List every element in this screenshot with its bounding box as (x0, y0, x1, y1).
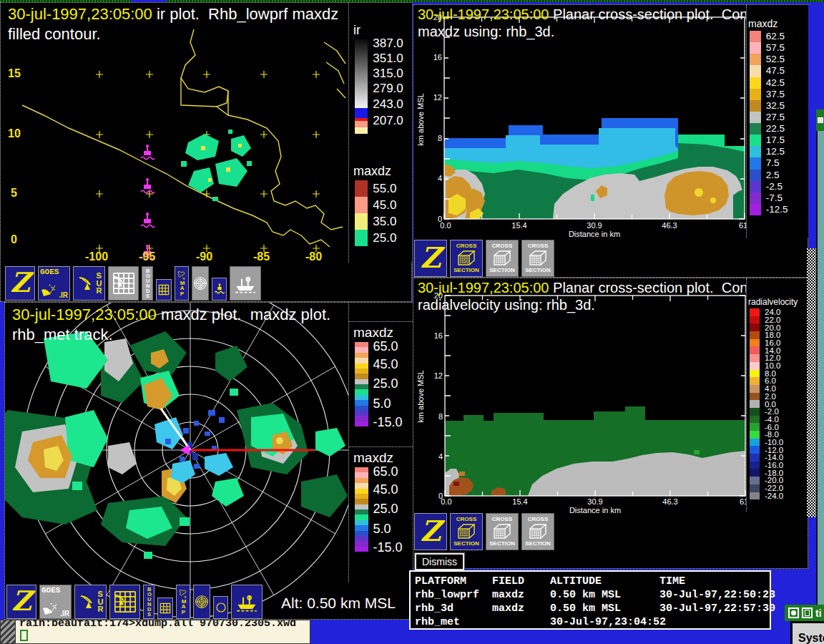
svg-text:16: 16 (434, 331, 443, 340)
rv-xsection-toolbar: Z CROSS SECTION CROSS SECTION CROSS SECT… (414, 512, 554, 550)
ir-map-panel: 30-jul-1997,23:05:00 ir plot. Rhb_lowprf… (0, 2, 412, 302)
cross-section-button-2[interactable]: CROSS SECTION (486, 240, 519, 277)
x-axis-title: Distance in km (569, 506, 621, 514)
map-overlay-button[interactable]: MAP (175, 266, 189, 301)
lon-tick-m100: -100 (85, 250, 108, 263)
svg-text:12: 12 (433, 93, 442, 102)
status-table-header: PLATFORMFIELDALTITUDETIME (415, 575, 770, 588)
ir-colorbar: ir387.0351.0315.0279.0243.0207.0 (349, 21, 412, 134)
map-icon (177, 270, 187, 280)
radar-antenna-icon (77, 275, 94, 292)
cube-icon (456, 249, 476, 268)
circle-overlay-button[interactable] (213, 596, 228, 619)
ppi-title-line2: rhb_met track. (12, 326, 113, 344)
terminal-window[interactable]: rain:beaufait:174>xdump.all 970730.2305.… (0, 620, 310, 644)
window-iconify-icon[interactable] (802, 608, 813, 618)
svg-text:Z: Z (421, 242, 446, 274)
svg-text:Z: Z (10, 268, 34, 298)
maxdz-xsection-panel: 2016 128 40 0.015.4 30.946.3 61 Distance… (413, 4, 808, 278)
reflectivity-echoes (5, 331, 348, 559)
coastline-map (22, 29, 345, 247)
lon-tick-m95: -95 (139, 250, 155, 263)
grid-radar-button[interactable] (108, 266, 139, 301)
lat-tick-10: 10 (8, 127, 21, 140)
grid-radar-button[interactable] (109, 585, 140, 619)
cross-section-button-3[interactable]: CROSS SECTION (521, 240, 554, 277)
ir-cloud-echoes (181, 130, 252, 201)
ppi-title: 30-jul-1997,23:05:00 maxdz plot. maxdz p… (12, 306, 330, 324)
svg-text:0.0: 0.0 (441, 497, 451, 506)
window-menu-icon[interactable] (818, 117, 823, 123)
cube-icon (492, 249, 512, 268)
map-overlay-button[interactable]: MAP (176, 585, 190, 619)
status-table-row: rhb_lowprfmaxdz0.50 km MSL30-Jul-97,22:5… (415, 588, 770, 602)
satellite-dish-icon (41, 600, 59, 617)
rv-colorbar-column: radialvelocity24.022.020.018.016.014.012… (746, 278, 808, 512)
partial-right-window-titlebar[interactable] (816, 109, 824, 131)
lat-tick-15: 15 (8, 67, 21, 80)
terminal-scrollbar[interactable] (1, 620, 16, 643)
x-axis-tick-labels: 0.015.4 30.946.3 61 (440, 221, 747, 230)
small-grid-button[interactable] (156, 279, 172, 301)
surveillance-scan-button[interactable]: SUR (73, 266, 105, 301)
y-axis-tick-labels: 2016 128 40 (434, 291, 443, 500)
svg-text:Z: Z (11, 586, 36, 617)
y-axis-title: km above MSL (416, 370, 425, 422)
zebra-display-root: 30-jul-1997,23:05:00 ir plot. Rhb_lowprf… (0, 0, 824, 644)
buoy-button[interactable] (212, 278, 227, 301)
cross-section-button-3[interactable]: CROSS SECTION (521, 513, 554, 550)
zebra-logo-button[interactable]: Z (5, 266, 35, 301)
svg-text:15.4: 15.4 (512, 497, 527, 506)
lon-tick-m90: -90 (196, 250, 212, 263)
ship-button[interactable] (230, 266, 261, 301)
cube-icon (492, 522, 512, 541)
satellite-dish-icon (40, 281, 57, 298)
y-axis-title: km above MSL (416, 93, 425, 145)
system-dialog[interactable]: Syste (790, 621, 824, 644)
grid-icon (158, 601, 172, 615)
right-scrollbar-strip[interactable] (807, 248, 816, 517)
status-table: PLATFORMFIELDALTITUDETIMErhb_lowprfmaxdz… (409, 570, 771, 630)
cross-section-button-active[interactable]: CROSS SECTION (450, 240, 483, 277)
rings-icon (195, 595, 209, 609)
terminal-cursor (20, 630, 28, 641)
svg-text:16: 16 (433, 53, 442, 62)
time-tool-title: ti (815, 608, 822, 619)
svg-text:46.3: 46.3 (662, 497, 677, 506)
cross-section-button-active[interactable]: CROSS SECTION (450, 513, 483, 550)
dismiss-button[interactable]: Dismiss (415, 553, 464, 570)
goes-ir-button[interactable]: GOES .IR (38, 266, 70, 301)
goes-ir-button[interactable]: GOES .IR (39, 585, 72, 619)
ppi-title-time: 30-jul-1997,23:05:00 (12, 306, 157, 323)
map-icon (178, 589, 188, 599)
range-rings-button[interactable] (192, 266, 209, 301)
svg-text:8: 8 (438, 134, 442, 142)
window-menu-icon[interactable] (788, 608, 799, 618)
cross-section-button-2[interactable]: CROSS SECTION (486, 513, 519, 550)
zebra-logo-button[interactable]: Z (6, 585, 36, 619)
small-grid-button[interactable] (157, 597, 173, 619)
lat-lon-grid-marks (96, 71, 320, 252)
maxdz-xsection-title: 30-jul-1997,23:05:00 Planar cross-sectio… (418, 6, 788, 23)
lon-tick-m80: -80 (305, 250, 322, 263)
ir-maxdz-colorbar: maxdz55.045.035.025.0 (349, 162, 412, 246)
cube-icon (456, 522, 476, 541)
radialvelocity-xsection-plot: 2016 128 40 0.015.4 30.946.3 61 Distance… (413, 278, 750, 514)
bounds-button[interactable]: BOUNDS (143, 585, 154, 619)
svg-text:30.9: 30.9 (587, 497, 602, 506)
svg-text:30.9: 30.9 (587, 221, 602, 230)
time-tool-titlebar[interactable]: ti (785, 605, 824, 621)
surveillance-scan-button[interactable]: SUR (74, 585, 107, 619)
zebra-logo-button[interactable]: Z (414, 240, 447, 277)
ship-button[interactable] (231, 585, 263, 619)
lat-tick-0: 0 (11, 233, 17, 246)
radar-antenna-icon (113, 592, 127, 607)
buoy-icon (213, 283, 226, 296)
ppi-maxdz-colorbar-1: maxdz65.045.025.05.0-15.0 (349, 321, 413, 426)
radar-ppi-panel: 30-jul-1997,23:05:00 maxdz plot. maxdz p… (4, 302, 412, 620)
radialvelocity-contour-fill (445, 406, 745, 496)
ir-map-plot (1, 21, 348, 263)
range-rings-button[interactable] (193, 585, 210, 619)
bounds-button[interactable]: BOUNDS (142, 266, 153, 301)
zebra-logo-button[interactable]: Z (414, 513, 447, 550)
